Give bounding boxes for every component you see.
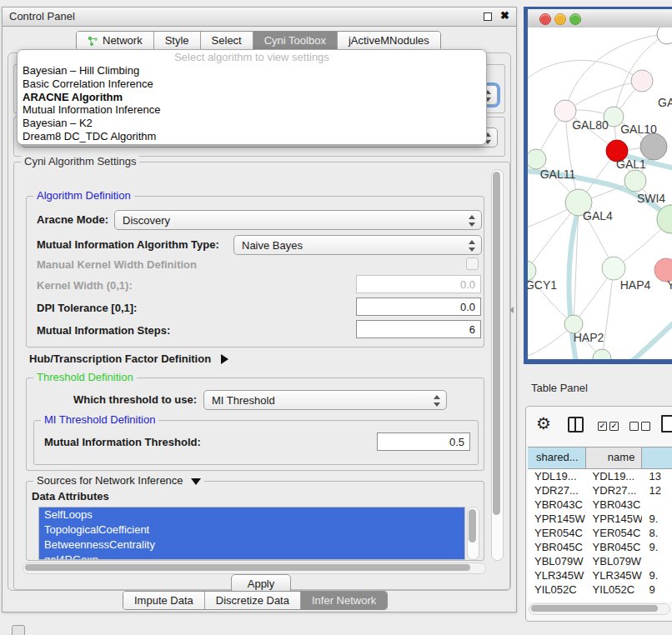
network-node[interactable] (593, 349, 611, 359)
network-node[interactable] (602, 257, 625, 280)
table-row[interactable]: YBR045CYBR045C9. (528, 540, 672, 554)
algorithm-option[interactable]: Bayesian – K2 (18, 117, 486, 130)
mi-type-value: Naive Bayes (242, 239, 303, 252)
algorithm-option[interactable]: Dream8 DC_TDC Algorithm (18, 130, 486, 143)
table-header-row: shared...name (528, 447, 672, 469)
tab-label: Impute Data (134, 592, 193, 610)
network-node[interactable] (528, 149, 546, 169)
table-column-header[interactable]: name (586, 448, 643, 468)
tab-infer-network[interactable]: Infer Network (301, 592, 387, 609)
panel-divider-collapse-icon[interactable] (509, 307, 514, 313)
node-label: GAL7 (658, 96, 672, 109)
network-node[interactable] (624, 170, 646, 192)
settings-hscroll-thumb[interactable] (25, 564, 470, 571)
table-row[interactable]: YDR27...YDR27...12 (528, 483, 672, 498)
tab-jactivemnodules[interactable]: jActiveMNodules (338, 32, 440, 50)
table-row[interactable]: YLR345WYLR345W9. (528, 568, 672, 582)
tab-cyni-toolbox[interactable]: Cyni Toolbox (253, 32, 338, 50)
table-row[interactable]: YER054CYER054C8. (528, 526, 672, 540)
minimize-window-icon[interactable] (554, 13, 566, 25)
mi-threshold-field[interactable]: 0.5 (377, 432, 470, 451)
unchecked-box-icon[interactable] (629, 422, 639, 431)
network-edge[interactable] (626, 318, 672, 359)
network-canvas[interactable]: GAL7GAL80GAL10GAL1GAL11GAL4SWI4GCY1HAP4Y… (528, 28, 672, 359)
page-icon[interactable] (661, 415, 672, 432)
network-view-window: GAL7GAL80GAL10GAL1GAL11GAL4SWI4GCY1HAP4Y… (524, 7, 672, 364)
settings-vscroll-thumb[interactable] (493, 172, 500, 515)
algorithm-option[interactable]: Bayesian – Hill Climbing (18, 64, 486, 78)
algorithm-popup-list: Bayesian – Hill ClimbingBasic Correlatio… (18, 64, 486, 143)
cyni-algorithm-settings-group: Cyni Algorithm Settings Algorithm Defini… (13, 162, 510, 590)
float-window-icon[interactable] (484, 12, 492, 21)
tab-select[interactable]: Select (201, 32, 253, 50)
network-edge[interactable] (528, 60, 642, 82)
table-row[interactable]: YIL052CYIL052C9 (528, 582, 672, 597)
node-table[interactable]: shared...name YDL19...YDL19...13YDR27...… (528, 447, 672, 602)
algorithm-option[interactable]: ARACNE Algorithm (18, 91, 486, 104)
table-cell: YPR145W (528, 512, 586, 526)
table-horizontal-scrollbar[interactable] (529, 603, 670, 615)
tab-discretize-data[interactable]: Discretize Data (205, 592, 301, 609)
table-cell: 13 (642, 469, 672, 483)
manual-kernel-checkbox[interactable] (466, 258, 479, 270)
attribute-list-item[interactable]: TopologicalCoefficient (39, 522, 464, 538)
table-cell: YBR045C (528, 540, 586, 554)
settings-vertical-scrollbar[interactable] (491, 169, 504, 561)
algorithm-definition-group: Algorithm Definition Aracne Mode: Discov… (26, 196, 484, 348)
zoom-window-icon[interactable] (569, 13, 581, 25)
network-node[interactable] (640, 133, 667, 160)
checked-box-icon[interactable]: ✓ (598, 422, 607, 431)
network-node[interactable] (631, 70, 653, 92)
tab-label: Discretize Data (216, 592, 289, 610)
close-icon[interactable]: ✖ (500, 9, 509, 22)
sources-group-title[interactable]: Sources for Network Inference (33, 475, 204, 487)
settings-horizontal-scrollbar[interactable] (23, 562, 486, 574)
table-cell: YIL052C (586, 582, 643, 597)
kernel-width-field[interactable]: 0.0 (356, 275, 481, 293)
network-node[interactable] (657, 28, 672, 44)
checked-box-icon[interactable]: ✓ (609, 422, 619, 431)
table-row[interactable]: YBR043CYBR043C (528, 498, 672, 512)
attribute-list-scrollbar[interactable] (467, 507, 479, 560)
column-layout-icon[interactable] (568, 417, 584, 432)
which-threshold-combo[interactable]: MI Threshold (203, 390, 447, 410)
tab-style[interactable]: Style (154, 32, 201, 50)
table-column-header[interactable] (642, 448, 672, 468)
node-label: GAL1 (616, 158, 646, 171)
table-row[interactable]: YBL079WYBL079W (528, 554, 672, 568)
network-window-titlebar[interactable] (528, 9, 672, 28)
algorithm-option[interactable]: Mutual Information Inference (18, 103, 486, 117)
attribute-list-item[interactable]: SelfLoops (39, 508, 464, 522)
minimized-panel-icon[interactable] (12, 625, 25, 635)
control-panel-tabs: NetworkStyleSelectCyni ToolboxjActiveMNo… (76, 31, 441, 51)
mi-steps-field[interactable]: 6 (356, 320, 481, 338)
network-edge[interactable] (565, 81, 642, 111)
table-body: YDL19...YDL19...13YDR27...YDR27...12YBR0… (528, 469, 672, 597)
node-label: HAP2 (574, 331, 604, 344)
table-row[interactable]: YPR145WYPR145W9. (528, 512, 672, 526)
unchecked-box-icon[interactable] (641, 422, 650, 431)
hub-definition-toggle[interactable]: Hub/Transcription Factor Definition (29, 352, 228, 365)
table-column-header[interactable]: shared... (528, 448, 586, 468)
attribute-scroll-thumb[interactable] (469, 509, 476, 542)
tab-impute-data[interactable]: Impute Data (123, 592, 205, 609)
table-cell: 9. (642, 540, 672, 554)
algorithm-definition-title: Algorithm Definition (33, 190, 134, 202)
algorithm-option[interactable]: Basic Correlation Inference (18, 78, 486, 91)
table-hscroll-thumb[interactable] (531, 605, 658, 612)
aracne-mode-combo[interactable]: Discovery (114, 210, 482, 230)
sources-title-text: Sources for Network Inference (37, 474, 183, 487)
gear-icon[interactable]: ⚙ (536, 413, 551, 433)
algorithm-popup-placeholder: Select algorithm to view settings (18, 50, 486, 64)
data-attributes-list[interactable]: SelfLoopsTopologicalCoefficientBetweenne… (38, 507, 465, 560)
tab-network[interactable]: Network (77, 32, 154, 50)
table-cell: YDL19... (586, 469, 643, 483)
which-threshold-value: MI Threshold (212, 394, 275, 407)
table-row[interactable]: YDL19...YDL19...13 (528, 469, 672, 483)
mi-type-combo[interactable]: Naive Bayes (233, 235, 482, 255)
close-window-icon[interactable] (539, 13, 551, 25)
attribute-list-item[interactable]: gal4RGexp (39, 552, 464, 560)
attribute-list-item[interactable]: BetweennessCentrality (39, 538, 464, 552)
expand-arrow-icon (221, 354, 228, 364)
dpi-tolerance-field[interactable]: 0.0 (356, 298, 481, 316)
